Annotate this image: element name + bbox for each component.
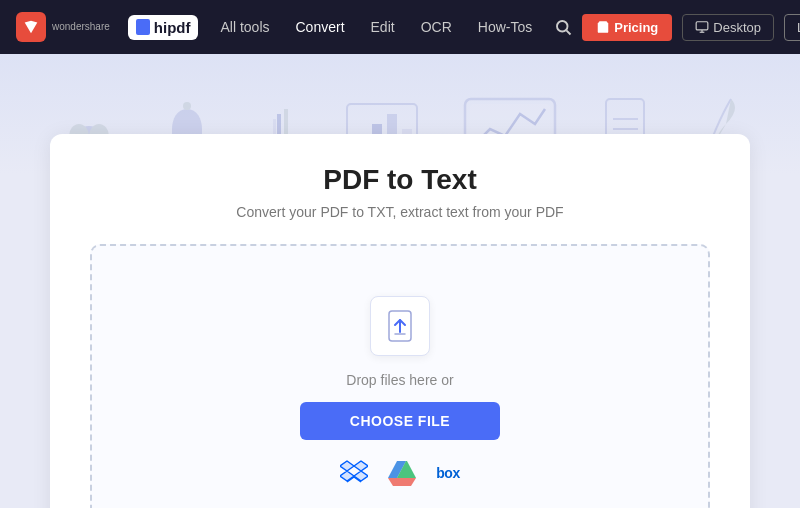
box-icon[interactable]: box [436, 465, 459, 481]
login-button[interactable]: Log In [784, 14, 800, 41]
pricing-button[interactable]: Pricing [582, 14, 672, 41]
desktop-button[interactable]: Desktop [682, 14, 774, 41]
cart-icon [596, 20, 610, 34]
wondershare-icon [16, 12, 46, 42]
page-subtitle: Convert your PDF to TXT, extract text fr… [90, 204, 710, 220]
box-label: box [436, 465, 459, 481]
ws-logo-svg [22, 18, 40, 36]
search-button[interactable] [554, 11, 572, 43]
choose-file-button[interactable]: CHOOSE FILE [300, 402, 500, 440]
navbar: wondershare hipdf All tools Convert Edit… [0, 0, 800, 54]
brand-logo: wondershare [16, 12, 110, 42]
upload-icon [386, 310, 414, 342]
google-drive-svg [388, 460, 416, 486]
main-card: PDF to Text Convert your PDF to TXT, ext… [50, 134, 750, 508]
drop-zone[interactable]: Drop files here or CHOOSE FILE [90, 244, 710, 508]
svg-point-10 [183, 102, 191, 110]
hipdf-logo[interactable]: hipdf [128, 15, 199, 40]
svg-point-0 [557, 21, 568, 32]
nav-ocr[interactable]: OCR [409, 13, 464, 41]
upload-icon-container [370, 296, 430, 356]
nav-edit[interactable]: Edit [359, 13, 407, 41]
svg-rect-2 [696, 22, 708, 30]
cloud-service-icons: box [340, 460, 459, 486]
desktop-icon [695, 20, 709, 34]
nav-all-tools[interactable]: All tools [208, 13, 281, 41]
hipdf-logo-icon [136, 19, 150, 35]
google-drive-icon[interactable] [388, 460, 416, 486]
nav-convert[interactable]: Convert [284, 13, 357, 41]
dropbox-svg [340, 460, 368, 486]
hipdf-logo-text: hipdf [154, 19, 191, 36]
search-icon [554, 18, 572, 36]
dropbox-icon[interactable] [340, 460, 368, 486]
main-content: PDF to Text Convert your PDF to TXT, ext… [0, 134, 800, 508]
nav-how-tos[interactable]: How-Tos [466, 13, 544, 41]
nav-links: All tools Convert Edit OCR How-Tos [208, 13, 544, 41]
drop-text: Drop files here or [346, 372, 453, 388]
svg-line-1 [567, 30, 571, 34]
wondershare-label: wondershare [52, 22, 110, 32]
page-title: PDF to Text [90, 164, 710, 196]
